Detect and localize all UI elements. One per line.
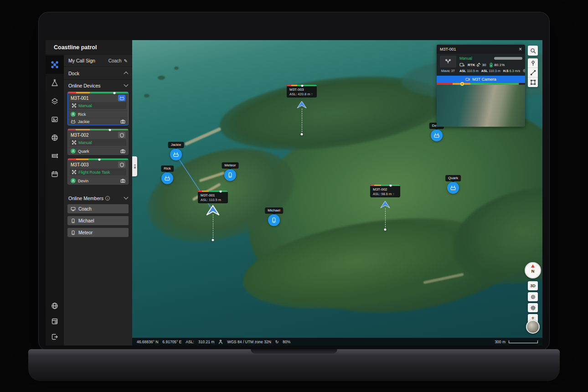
drone-small-icon: [72, 103, 77, 108]
gear-icon: [530, 305, 536, 311]
video-panel-title: M3T-001: [440, 47, 456, 52]
nav-item-layers[interactable]: [46, 92, 64, 110]
drone-small-icon: [72, 140, 77, 145]
member-row-michael[interactable]: Michael: [67, 216, 129, 225]
device-status-bar: [68, 92, 128, 93]
map-settings-button[interactable]: [528, 303, 538, 312]
draw-polygon-tool[interactable]: [528, 77, 538, 87]
member-row-coach[interactable]: Coach: [67, 204, 129, 213]
nav-item-annotations[interactable]: [46, 74, 64, 92]
close-icon[interactable]: ×: [519, 46, 522, 52]
sidebar-collapse-handle[interactable]: [132, 156, 137, 176]
map-search-button[interactable]: [528, 46, 538, 56]
device-mode-row: Manual: [70, 139, 126, 146]
model-globe-icon: [51, 134, 59, 142]
project-title: Coastline patrol: [46, 40, 132, 55]
operator-row[interactable]: Quark: [68, 147, 128, 155]
operator-name: Devin: [78, 179, 118, 183]
search-icon: [530, 48, 536, 54]
member-name: Meteor: [78, 230, 93, 235]
globe-icon: [51, 302, 59, 310]
metric-value: 110.5 m: [467, 69, 478, 73]
dock-section-header[interactable]: Dock: [64, 67, 132, 80]
polygon-icon: [530, 79, 536, 85]
drone-plane-icon-selected: [206, 205, 220, 217]
device-name: M3T-001: [71, 96, 88, 101]
mobile-icon: [271, 217, 277, 223]
metric-label: ASL: [459, 69, 466, 73]
live-video-feed[interactable]: [437, 85, 525, 127]
recenter-button[interactable]: [528, 292, 538, 301]
member-row-meteor[interactable]: Meteor: [67, 228, 129, 237]
device-mode-row: Manual: [70, 102, 126, 109]
camera-icon[interactable]: [120, 149, 125, 154]
camera-icon[interactable]: [120, 119, 125, 124]
compass-north-label: N: [531, 269, 535, 273]
shield-badge-icon[interactable]: [118, 132, 125, 138]
person-name: Meteor: [222, 162, 239, 169]
compass-control[interactable]: N: [525, 262, 541, 279]
rc-icon: [173, 151, 179, 158]
mobile-icon: [227, 172, 233, 178]
nav-item-project-settings[interactable]: [46, 316, 64, 326]
mobile-icon: [71, 218, 76, 223]
call-sign-value: Coach: [108, 58, 122, 63]
rc-icon: [164, 175, 170, 181]
rc-icon: [450, 185, 456, 191]
telemetry-bar[interactable]: [437, 83, 525, 85]
operator-name: Rick: [78, 112, 125, 117]
shield-badge-icon[interactable]: [118, 161, 125, 168]
device-mode: Manual: [78, 140, 92, 145]
nav-item-language[interactable]: [46, 301, 64, 311]
view-3d-button[interactable]: 3D: [528, 281, 538, 290]
camera-icon[interactable]: [120, 178, 125, 183]
nav-item-media[interactable]: [46, 110, 64, 129]
nav-item-schedule[interactable]: [46, 165, 64, 183]
drone-plane-icon: [380, 201, 390, 209]
mobile-icon: [71, 230, 76, 235]
dock-section-label: Dock: [68, 71, 79, 76]
edit-pencil-icon[interactable]: [124, 58, 128, 63]
drone-model: Mavic 3T: [441, 69, 455, 73]
transmission-signal-icon: [459, 62, 464, 67]
device-card-m3t-003[interactable]: M3T-003 Flight Route Task Devin: [67, 158, 129, 185]
camera-button[interactable]: M3T Camera: [437, 76, 525, 83]
logout-icon: [51, 333, 59, 341]
operator-name: Jackie: [78, 119, 118, 124]
info-icon[interactable]: [105, 196, 110, 201]
member-avatar-icon: [71, 112, 76, 117]
nav-item-fleet[interactable]: [46, 56, 64, 74]
metric-label: H.S: [503, 69, 509, 73]
latitude-value: 46.68836° N: [137, 340, 158, 344]
device-status-bar: [68, 129, 128, 130]
chevron-up-icon: [124, 72, 129, 76]
map-islet: [158, 76, 165, 80]
chevron-down-icon: [124, 82, 129, 87]
drone-name: M3T-002: [370, 186, 400, 192]
draw-polyline-tool[interactable]: [528, 68, 538, 77]
nav-item-routes[interactable]: [46, 147, 64, 165]
operator-row[interactable]: Jackie: [68, 118, 128, 125]
online-devices-header[interactable]: Online Devices: [64, 80, 132, 92]
video-panel-body: Mavic 3T Manual RTK: [437, 54, 525, 76]
draw-pin-tool[interactable]: [528, 58, 538, 68]
mountain-flag-icon: [51, 79, 59, 87]
nav-item-exit[interactable]: [46, 332, 64, 342]
member-name: Coach: [78, 206, 92, 211]
map-islet: [144, 94, 150, 98]
rc-badge-icon[interactable]: [118, 95, 125, 101]
online-members-header[interactable]: Online Members: [64, 192, 132, 204]
desktop-icon: [71, 206, 76, 211]
chevron-down-icon: [124, 195, 129, 199]
device-card-m3t-001[interactable]: M3T-001 Manual Rick: [67, 92, 129, 125]
nav-item-models[interactable]: [46, 129, 64, 147]
map-viewport[interactable]: M3T-003 ASL: 420.8 m ↑ M3T-001 ASL: 110.…: [132, 40, 542, 346]
online-members-label: Online Members: [68, 196, 103, 201]
device-video-panel: M3T-001 × Mavic 3T Manual: [437, 45, 525, 127]
device-card-m3t-002[interactable]: M3T-002 Manual Quark: [67, 129, 129, 155]
basemap-globe-thumbnail[interactable]: [526, 320, 540, 334]
operator-row[interactable]: Rick: [68, 110, 128, 118]
media-icon: [51, 115, 59, 124]
operator-row[interactable]: Devin: [68, 177, 128, 184]
battery-percentage: 80.1%: [494, 63, 505, 67]
